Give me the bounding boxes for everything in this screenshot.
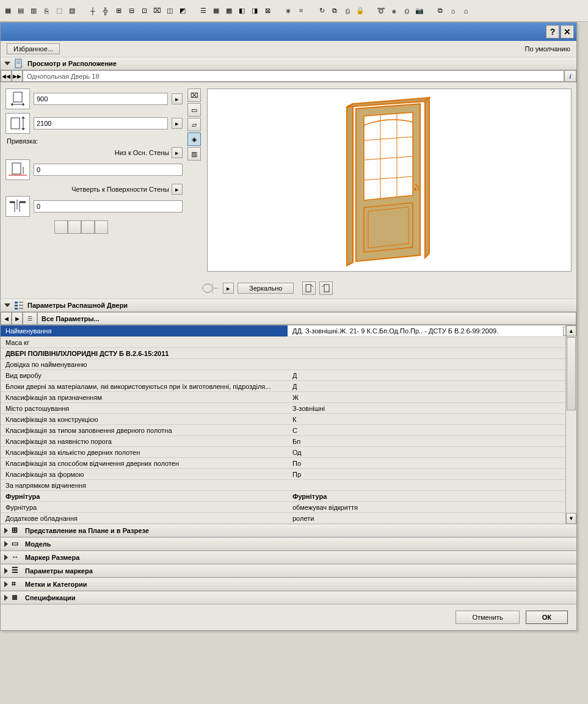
toolbar-icon[interactable]: ▧ <box>67 5 78 16</box>
toolbar-icon[interactable]: ◧ <box>236 5 247 16</box>
view-plan-button[interactable]: ▱ <box>187 118 201 131</box>
swing-right-button[interactable] <box>319 281 333 295</box>
param-value[interactable]: Бп <box>288 436 576 447</box>
preview-3d-viewport[interactable] <box>207 89 572 272</box>
toolbar-icon[interactable]: ⊡ <box>139 5 150 16</box>
toolbar-icon[interactable]: ⎙ <box>401 5 412 16</box>
toolbar-icon[interactable]: ┼ <box>87 5 98 16</box>
toolbar-icon[interactable]: ⌂ <box>448 5 459 16</box>
param-row[interactable]: Вид виробуД <box>1 370 576 381</box>
view-front-button[interactable]: ▭ <box>187 103 201 117</box>
scroll-down-button[interactable]: ▼ <box>566 513 576 524</box>
toolbar-icon[interactable]: 🔒 <box>355 5 366 16</box>
mirror-button[interactable]: Зеркально <box>238 283 294 294</box>
toolbar-icon[interactable]: ⧉ <box>435 5 446 16</box>
flip-toggle-4[interactable] <box>95 220 108 234</box>
toolbar-icon[interactable]: ☰ <box>198 5 209 16</box>
nav-first-button[interactable]: ◀◀ <box>1 70 12 82</box>
param-row[interactable]: ФурнітураФурнітура <box>1 491 576 502</box>
toolbar-icon[interactable]: ⧉ <box>329 5 340 16</box>
toolbar-icon[interactable]: ⛯ <box>283 5 294 16</box>
param-row[interactable]: Класифікація за наявністю порогаБп <box>1 436 576 447</box>
anchor2-menu-button[interactable]: ▸ <box>172 184 183 195</box>
height-link-button[interactable]: ▸ <box>172 118 183 129</box>
all-params-button[interactable]: Все Параметры... <box>37 312 576 325</box>
param-value[interactable]: К <box>288 414 576 425</box>
toolbar-icon[interactable]: ◨ <box>249 5 260 16</box>
param-value[interactable] <box>288 348 576 359</box>
param-value[interactable]: Ж <box>288 392 576 403</box>
anchor2-input[interactable] <box>34 200 183 212</box>
width-link-button[interactable]: ▸ <box>172 93 183 104</box>
params-next-button[interactable]: ▶ <box>12 312 23 325</box>
toolbar-icon[interactable]: ⌗ <box>296 5 307 16</box>
param-value[interactable]: Д <box>288 370 576 381</box>
ok-button[interactable]: ОК <box>526 611 568 624</box>
param-scrollbar[interactable]: ▲ ▼ <box>565 325 576 524</box>
param-row[interactable]: За напрямком відчинення <box>1 480 576 491</box>
toolbar-icon[interactable]: ▦ <box>2 5 13 16</box>
toolbar-icon[interactable]: ⌂ <box>460 5 471 16</box>
collapsed-section-header[interactable]: ▭Модель <box>1 537 576 551</box>
collapsed-section-header[interactable]: ≣Спецификации <box>1 591 576 604</box>
swing-left-button[interactable] <box>302 281 316 295</box>
toolbar-icon[interactable]: ▥ <box>28 5 39 16</box>
anchor1-menu-button[interactable]: ▸ <box>172 147 183 158</box>
param-row[interactable]: НайменуванняДД. З-зовнішні.Ж. 21- 9 К.С.… <box>1 325 576 337</box>
param-value[interactable]: ДД. З-зовнішні.Ж. 21- 9 К.С.Бп.Од.По.Пр.… <box>288 325 576 336</box>
param-value[interactable]: Д <box>288 381 576 392</box>
param-row[interactable]: Класифікація за кількістю дверних полоте… <box>1 447 576 458</box>
param-value[interactable]: По <box>288 458 576 469</box>
toolbar-icon[interactable]: ▤ <box>15 5 26 16</box>
toolbar-icon[interactable]: ↻ <box>316 5 327 16</box>
param-row[interactable]: Класифікація за способом відчинення двер… <box>1 458 576 469</box>
param-value[interactable]: Фурнітура <box>288 491 576 502</box>
flip-toggle-1[interactable] <box>54 220 68 234</box>
param-value[interactable] <box>288 359 576 370</box>
toolbar-icon[interactable]: ⊠ <box>262 5 273 16</box>
default-label[interactable]: По умолчанию <box>525 45 570 53</box>
param-row[interactable]: Класифікація за формоюПр <box>1 469 576 480</box>
param-row[interactable]: Додаткове обладнанняролети <box>1 513 576 524</box>
param-row[interactable]: Класифікація за конструкцієюК <box>1 414 576 425</box>
param-value[interactable]: Од <box>288 447 576 458</box>
toolbar-icon[interactable]: ▩ <box>223 5 234 16</box>
params-section-header[interactable]: Параметры Распашной Двери <box>1 299 576 312</box>
view-section-button[interactable]: ▥ <box>187 147 201 161</box>
nav-next-button[interactable]: ▶▶ <box>12 70 23 82</box>
collapsed-section-header[interactable]: ☰Параметры маркера <box>1 564 576 578</box>
param-value[interactable]: Пр <box>288 469 576 480</box>
width-input[interactable] <box>34 93 168 105</box>
param-value[interactable] <box>288 480 576 491</box>
scroll-up-button[interactable]: ▲ <box>566 325 576 336</box>
param-row[interactable]: Блоки дверні за матеріалами, які викорис… <box>1 381 576 392</box>
toolbar-icon[interactable]: ⎘ <box>41 5 52 16</box>
param-value[interactable]: З-зовнішні <box>288 403 576 414</box>
toolbar-icon[interactable]: ◫ <box>164 5 175 16</box>
param-row[interactable]: Класифікація за призначеннямЖ <box>1 392 576 403</box>
view-3d-button[interactable]: ⌧ <box>187 89 201 102</box>
param-value[interactable]: обмежувач відкриття <box>288 502 576 513</box>
param-row[interactable]: Фурнітураобмежувач відкриття <box>1 502 576 513</box>
view-iso-button[interactable]: ◈ <box>187 132 201 146</box>
cancel-button[interactable]: Отменить <box>456 611 519 624</box>
toolbar-icon[interactable]: ⊞ <box>113 5 124 16</box>
toolbar-icon[interactable]: ▦ <box>211 5 222 16</box>
preview-section-header[interactable]: Просмотр и Расположение <box>1 57 576 70</box>
param-value[interactable]: ролети <box>288 513 576 524</box>
param-value[interactable] <box>288 337 576 348</box>
scroll-thumb[interactable] <box>567 337 576 410</box>
param-row[interactable]: Місто растошуванняЗ-зовнішні <box>1 403 576 414</box>
close-button[interactable]: ✕ <box>561 25 574 38</box>
collapsed-section-header[interactable]: ⌗Метки и Категории <box>1 578 576 591</box>
toolbar-icon[interactable]: ⎈ <box>388 5 399 16</box>
help-button[interactable]: ? <box>546 25 559 38</box>
height-input[interactable] <box>34 117 168 129</box>
param-row[interactable]: Довідка по найменуванню <box>1 359 576 370</box>
params-prev-button[interactable]: ◀ <box>1 312 12 325</box>
door-name-field[interactable]: Однопольная Дверь 18 <box>23 70 564 82</box>
toolbar-icon[interactable]: 📷 <box>414 5 425 16</box>
toolbar-icon[interactable]: ⌧ <box>151 5 162 16</box>
anchor1-input[interactable] <box>34 164 183 176</box>
flip-toggle-2[interactable] <box>68 220 81 234</box>
